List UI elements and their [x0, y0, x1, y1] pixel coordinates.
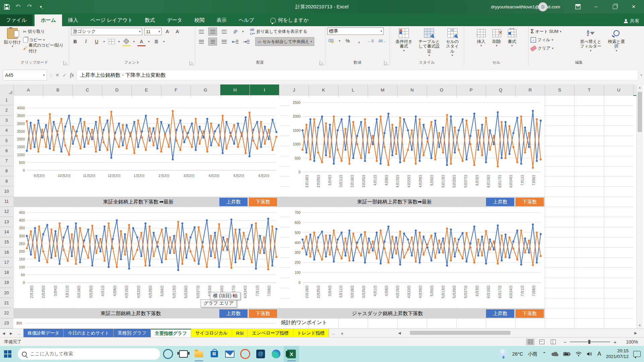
row-header-17[interactable]: 17	[0, 257, 13, 267]
row-header-14[interactable]: 14	[0, 227, 13, 237]
add-sheet-button[interactable]: +	[338, 329, 346, 338]
column-header-C[interactable]: C	[73, 84, 102, 95]
row-header-18[interactable]: 18	[0, 267, 13, 278]
tab-ページ レイアウト[interactable]: ページ レイアウト	[84, 14, 139, 26]
row-header-15[interactable]: 15	[0, 237, 13, 247]
notification-center-icon[interactable]	[633, 351, 641, 357]
close-button[interactable]: ✕	[626, 0, 641, 13]
phonetic-button[interactable]: 亜	[152, 38, 160, 45]
file-explorer-button[interactable]	[191, 346, 207, 362]
undo-icon[interactable]	[15, 3, 21, 10]
underline-button[interactable]: U	[93, 38, 101, 45]
insert-function-icon[interactable]: fx	[70, 72, 74, 78]
page-layout-view-icon[interactable]	[537, 339, 546, 345]
tab-表示[interactable]: 表示	[210, 14, 232, 26]
wrap-text-button[interactable]: abc↩折り返して全体を表示する	[250, 27, 307, 36]
vertical-scroll-thumb[interactable]	[638, 92, 642, 132]
row-header-1[interactable]: 1	[0, 95, 13, 105]
merge-center-button[interactable]: ⬄セルを結合して中央揃え▾	[255, 37, 314, 46]
account-email[interactable]: dryyourtearswithlove1@gmail.com	[491, 0, 560, 13]
down-button[interactable]: 下落数	[516, 198, 544, 206]
decrease-font-icon[interactable]: Aˇ	[174, 28, 182, 35]
format-cells-button[interactable]: ⟷ 書式▾	[505, 27, 519, 48]
row-header-16[interactable]: 16	[0, 247, 13, 257]
sheet-tab-トレンド指標[interactable]: トレンド指標	[293, 329, 329, 338]
taskbar-search[interactable]: ここに入力して検索	[17, 348, 160, 360]
customize-qat-icon[interactable]: ▼̱	[38, 3, 44, 10]
page-break-view-icon[interactable]	[549, 339, 557, 345]
cut-button[interactable]: ✂切り取り	[23, 27, 67, 36]
row-header-12[interactable]: 12	[0, 207, 13, 217]
conditional-formatting-button[interactable]: 条件付き書式▾	[392, 27, 416, 58]
row-header-4[interactable]: 4	[0, 126, 13, 136]
column-header-P[interactable]: P	[457, 84, 486, 95]
decrease-indent-icon[interactable]: ⇤	[231, 38, 239, 45]
sheet-tab-株価診断データ[interactable]: 株価診断データ	[23, 329, 64, 338]
minimize-button[interactable]: ─	[588, 0, 604, 13]
paste-button[interactable]: 貼り付け▾	[2, 27, 23, 52]
font-color-button[interactable]: A	[138, 38, 146, 45]
column-header-U[interactable]: U	[604, 84, 634, 95]
percent-icon[interactable]: %	[344, 37, 352, 45]
format-as-table-button[interactable]: テーブルとして書式設定▾	[416, 27, 442, 58]
vertical-scrollbar[interactable]: ▲ ▼	[636, 84, 643, 328]
number-dialog-launcher[interactable]: ↘	[384, 61, 388, 65]
alignment-dialog-launcher[interactable]: ↘	[320, 61, 324, 65]
tab-file[interactable]: ファイル	[0, 14, 33, 26]
align-center-icon[interactable]	[208, 38, 217, 46]
column-header-G[interactable]: G	[191, 84, 220, 95]
zoom-slider[interactable]	[570, 342, 610, 342]
name-box-dropdown-icon[interactable]: ▾	[43, 73, 45, 77]
account-avatar[interactable]: D	[538, 2, 547, 11]
zoom-level[interactable]: 100%	[616, 339, 638, 345]
scroll-down-icon[interactable]: ▼	[637, 322, 643, 328]
ribbon-display-options-icon[interactable]	[570, 0, 586, 13]
autosum-button[interactable]: Σオート SUM▾	[531, 27, 577, 36]
hscroll-right-icon[interactable]: ▶	[632, 331, 639, 335]
clock[interactable]: 20:15 2021/07/12	[606, 348, 629, 360]
column-header-H[interactable]: H	[220, 84, 250, 95]
volume-icon[interactable]	[587, 352, 593, 356]
restore-button[interactable]	[607, 0, 623, 13]
sheet-nav-left-icon[interactable]: ◀	[0, 329, 7, 338]
ime-indicator[interactable]: A	[597, 351, 601, 357]
decrease-decimal-icon[interactable]: .00→	[378, 37, 386, 45]
font-dialog-launcher[interactable]: ↘	[190, 61, 194, 65]
cell-styles-button[interactable]: セルのスタイル▾	[442, 27, 463, 58]
currency-icon[interactable]	[327, 37, 335, 45]
up-button[interactable]: 上昇数	[219, 309, 248, 318]
down-button[interactable]: 下落数	[249, 198, 277, 206]
cortana-button[interactable]	[160, 346, 176, 362]
tab-ヘルプ[interactable]: ヘルプ	[232, 14, 260, 26]
column-header-O[interactable]: O	[427, 84, 457, 95]
column-header-Q[interactable]: Q	[486, 84, 516, 95]
formula-input[interactable]: 上昇率上位銘柄数・下降率上位変動数	[76, 70, 638, 80]
font-size-select[interactable]: 11▾	[144, 28, 162, 35]
number-format-select[interactable]: 標準▾	[327, 27, 384, 35]
column-header-K[interactable]: K	[309, 84, 338, 95]
column-header-N[interactable]: N	[397, 84, 427, 95]
sheet-tab-RSI[interactable]: RSI	[232, 329, 248, 338]
browser-button[interactable]	[237, 346, 253, 362]
delete-cells-button[interactable]: ✕ 削除▾	[490, 27, 504, 48]
row-header-10[interactable]: 10	[0, 186, 13, 196]
mail-app-button[interactable]: @	[253, 346, 268, 362]
normal-view-icon[interactable]	[526, 339, 535, 345]
column-header-M[interactable]: M	[368, 84, 397, 95]
row-header-11[interactable]: 11	[0, 197, 13, 207]
start-button[interactable]	[0, 346, 15, 362]
insert-cells-button[interactable]: ← 挿入▾	[474, 27, 488, 48]
align-left-icon[interactable]	[197, 38, 205, 45]
select-all-corner[interactable]	[0, 84, 14, 95]
zoom-slider-thumb[interactable]	[588, 340, 590, 344]
italic-button[interactable]: I	[82, 38, 90, 45]
sheet-tab-今日のまとめサイト[interactable]: 今日のまとめサイト	[64, 329, 114, 338]
clipboard-dialog-launcher[interactable]: ↘	[63, 61, 67, 65]
increase-decimal-icon[interactable]: ←.0	[367, 37, 375, 45]
name-box[interactable]: A45▾	[3, 70, 47, 80]
save-icon[interactable]	[3, 3, 10, 10]
tab-挿入[interactable]: 挿入	[62, 14, 84, 26]
tray-chevron-icon[interactable]: ⌃	[542, 351, 547, 357]
row-header-8[interactable]: 8	[0, 166, 13, 176]
row-header-23[interactable]: 23	[0, 318, 13, 328]
